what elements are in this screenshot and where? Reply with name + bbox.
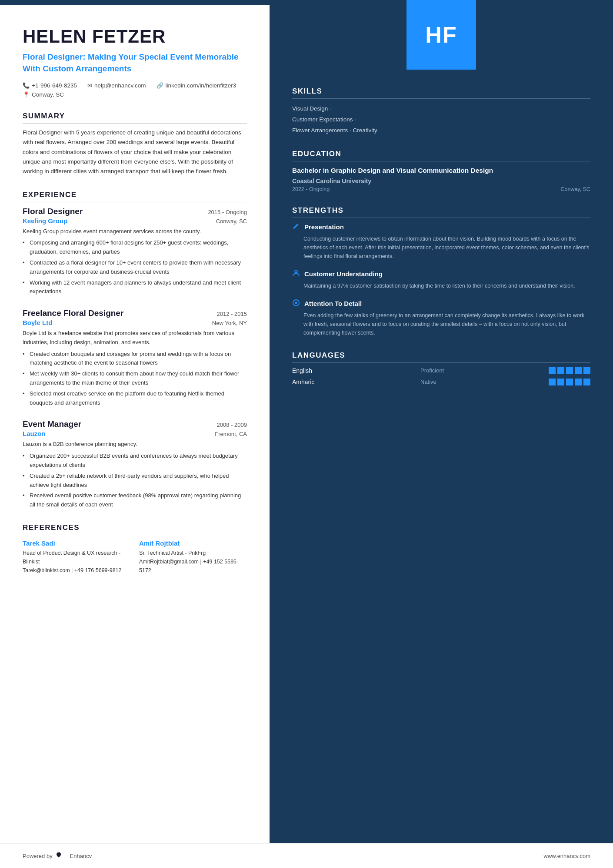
strength-icon-3: [292, 299, 300, 308]
edu-degree: Bachelor in Graphic Design and Visual Co…: [292, 166, 590, 175]
strength-title-row-3: Attention To Detail: [292, 299, 590, 308]
strength-title-row-1: Presentation: [292, 222, 590, 232]
lang-level-2: Native: [420, 379, 455, 385]
edu-dates: 2022 - Ongoing: [292, 186, 330, 192]
strength-1: Presentation Conducting customer intervi…: [292, 222, 590, 261]
candidate-name: HELEN FETZER: [23, 26, 247, 47]
contact-info: 📞 +1-996-649-8235 ✉ help@enhancv.com 🔗 l…: [23, 82, 247, 89]
right-panel: HF SKILLS Visual Design · Customer Expec…: [270, 5, 613, 843]
strength-text-2: Maintaining a 97% customer satisfaction …: [292, 282, 590, 290]
exp-bullets-1: Composing and arranging 600+ floral desi…: [23, 238, 247, 296]
exp-location-3: Fremont, CA: [215, 431, 247, 437]
lang-bars-1: [549, 367, 590, 374]
exp-bullets-3: Organized 200+ successful B2B events and…: [23, 452, 247, 509]
location-row: 📍 Conway, SC: [23, 91, 247, 98]
experience-section-header: EXPERIENCE: [23, 191, 247, 202]
strengths-section-header: STRENGTHS: [292, 206, 590, 218]
reference-2: Amit Rojtblat Sr. Technical Artist - Pnk…: [139, 540, 247, 575]
lang-level-1: Proficient: [420, 367, 455, 374]
footer-url: www.enhancv.com: [544, 853, 590, 859]
strength-2: Customer Understanding Maintaining a 97%…: [292, 269, 590, 290]
exp-company-row-1: Keeling Group Conway, SC: [23, 217, 247, 225]
edu-dates-loc: 2022 - Ongoing Conway, SC: [292, 186, 590, 192]
bullet-3-2: Created a 25+ reliable network of third-…: [23, 472, 247, 490]
exp-desc-3: Lauzon is a B2B conference planning agen…: [23, 440, 247, 449]
linkedin-icon: 🔗: [157, 82, 163, 89]
experience-job-2: Freelance Floral Designer 2012 - 2015 Bo…: [23, 308, 247, 407]
strength-icon-2: [292, 269, 300, 279]
lang-bar-2-4: [575, 379, 582, 385]
ref-detail-1: Head of Product Design & UX research - B…: [23, 549, 130, 575]
exp-company-row-2: Boyle Ltd New York, NY: [23, 319, 247, 326]
avatar-container: HF: [292, 5, 590, 70]
summary-text: Floral Designer with 5 years experience …: [23, 128, 247, 176]
footer: Powered by Enhancv www.enhancv.com: [0, 843, 613, 868]
exp-dates-3: 2008 - 2009: [217, 422, 247, 428]
lang-bar-1-3: [566, 367, 573, 374]
references-grid: Tarek Sadi Head of Product Design & UX r…: [23, 540, 247, 575]
skill-item-1: Visual Design ·: [292, 103, 590, 114]
top-bar: [0, 0, 613, 5]
location-text: Conway, SC: [32, 91, 64, 98]
edu-location: Conway, SC: [560, 186, 590, 192]
exp-company-1: Keeling Group: [23, 217, 67, 225]
language-1: English Proficient: [292, 367, 590, 374]
exp-dates-2: 2012 - 2015: [217, 311, 247, 317]
phone-icon: 📞: [23, 82, 30, 89]
lang-bar-1-4: [575, 367, 582, 374]
exp-title-1: Floral Designer: [23, 207, 83, 216]
ref-detail-2: Sr. Technical Artist - PnkFrgAmitRojtbla…: [139, 549, 247, 575]
skill-item-2: Customer Expectations ·: [292, 114, 590, 125]
bullet-2-3: Selected most creative service on the pl…: [23, 389, 247, 408]
exp-header-1: Floral Designer 2015 - Ongoing: [23, 207, 247, 216]
exp-dates-1: 2015 - Ongoing: [208, 209, 247, 215]
skills-list: Visual Design · Customer Expectations · …: [292, 103, 590, 136]
experience-job-3: Event Manager 2008 - 2009 Lauzon Fremont…: [23, 419, 247, 509]
lang-bar-2-2: [557, 379, 564, 385]
candidate-title: Floral Designer: Making Your Special Eve…: [23, 51, 247, 74]
phone-text: +1-996-649-8235: [32, 82, 77, 89]
exp-title-2: Freelance Floral Designer: [23, 308, 123, 318]
bullet-1-1: Composing and arranging 600+ floral desi…: [23, 238, 247, 257]
bullet-1-2: Contracted as a floral designer for 10+ …: [23, 258, 247, 277]
lang-bar-2-3: [566, 379, 573, 385]
lang-name-2: Amharic: [292, 379, 327, 385]
language-2: Amharic Native: [292, 379, 590, 385]
bullet-2-1: Created custom bouquets and corsages for…: [23, 350, 247, 368]
linkedin-text: linkedin.com/in/helenfitzer3: [166, 82, 237, 89]
linkedin-contact: 🔗 linkedin.com/in/helenfitzer3: [157, 82, 237, 89]
lang-bar-1-1: [549, 367, 556, 374]
strength-title-3: Attention To Detail: [304, 300, 362, 307]
exp-desc-1: Keeling Group provides event management …: [23, 227, 247, 236]
strength-text-1: Conducting customer interviews to obtain…: [292, 235, 590, 261]
experience-job-1: Floral Designer 2015 - Ongoing Keeling G…: [23, 207, 247, 297]
lang-name-1: English: [292, 367, 327, 374]
enhancv-heart-icon: [56, 851, 67, 860]
svg-point-0: [295, 270, 297, 273]
phone-contact: 📞 +1-996-649-8235: [23, 82, 77, 89]
references-section-header: REFERENCES: [23, 523, 247, 535]
summary-section-header: SUMMARY: [23, 112, 247, 124]
lang-bar-1-2: [557, 367, 564, 374]
exp-location-1: Conway, SC: [216, 218, 247, 225]
exp-title-3: Event Manager: [23, 419, 81, 429]
languages-section-header: LANGUAGES: [292, 351, 590, 363]
skill-item-3: Flower Arrangements · Creativity: [292, 125, 590, 136]
ref-name-1: Tarek Sadi: [23, 540, 130, 547]
edu-school: Coastal Carolina University: [292, 178, 590, 184]
strength-title-2: Customer Understanding: [304, 270, 383, 278]
email-text: help@enhancv.com: [94, 82, 146, 89]
lang-bar-1-5: [583, 367, 590, 374]
avatar-box: HF: [406, 0, 476, 70]
avatar-initials: HF: [425, 22, 457, 48]
brand-text: Enhancv: [70, 853, 92, 859]
email-icon: ✉: [87, 82, 92, 89]
email-contact: ✉ help@enhancv.com: [87, 82, 146, 89]
ref-name-2: Amit Rojtblat: [139, 540, 247, 547]
exp-company-row-3: Lauzon Fremont, CA: [23, 430, 247, 437]
lang-bars-2: [549, 379, 590, 385]
strength-icon-1: [292, 222, 300, 232]
strength-3: Attention To Detail Even adding the few …: [292, 299, 590, 337]
bullet-3-3: Received overall positive customer feedb…: [23, 491, 247, 509]
strength-text-3: Even adding the few stalks of greenery t…: [292, 311, 590, 337]
